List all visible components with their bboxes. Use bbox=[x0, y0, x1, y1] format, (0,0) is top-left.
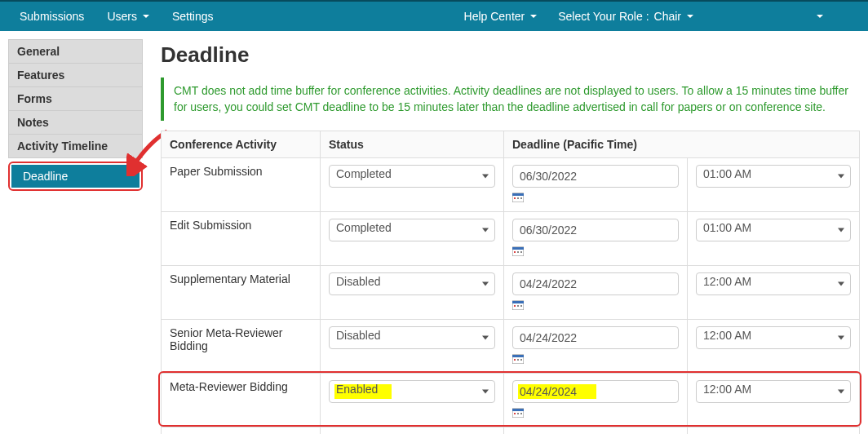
date-input[interactable] bbox=[512, 326, 679, 349]
calendar-icon[interactable] bbox=[512, 354, 524, 364]
calendar-icon[interactable] bbox=[512, 193, 524, 202]
sidebar-item-features[interactable]: Features bbox=[9, 64, 142, 87]
sidebar-item-activity-timeline[interactable]: Activity Timeline bbox=[9, 135, 142, 157]
role-dropdown[interactable]: Chair bbox=[653, 1, 705, 32]
role-value: Chair bbox=[654, 10, 681, 23]
page-title: Deadline bbox=[161, 42, 860, 68]
chevron-down-icon bbox=[687, 15, 693, 18]
table-row: Meta-Reviewer BiddingEnabled12:00 AM bbox=[162, 373, 860, 427]
nav-settings[interactable]: Settings bbox=[161, 1, 225, 32]
nav-users-label: Users bbox=[107, 10, 137, 23]
status-cell: Completed bbox=[321, 211, 504, 265]
main-content: Deadline CMT does not add time buffer fo… bbox=[143, 31, 868, 434]
status-select[interactable]: Enabled bbox=[329, 380, 495, 403]
nav-help-label: Help Center bbox=[464, 10, 525, 23]
calendar-icon[interactable] bbox=[512, 300, 524, 310]
svg-rect-8 bbox=[517, 251, 519, 253]
status-cell: Enabled bbox=[321, 373, 504, 427]
svg-rect-2 bbox=[514, 197, 516, 199]
activity-cell: Reviewer Bidding bbox=[162, 427, 321, 434]
date-cell bbox=[504, 319, 688, 373]
svg-rect-4 bbox=[520, 197, 522, 199]
svg-rect-18 bbox=[517, 359, 519, 361]
nav-users[interactable]: Users bbox=[95, 1, 161, 32]
svg-rect-14 bbox=[520, 305, 522, 307]
nav-settings-label: Settings bbox=[172, 10, 214, 23]
time-select[interactable]: 12:00 AM bbox=[696, 272, 851, 295]
nav-submissions-label: Submissions bbox=[20, 10, 84, 23]
svg-rect-1 bbox=[512, 193, 524, 196]
table-row: Paper SubmissionCompleted01:00 AM bbox=[162, 157, 860, 211]
date-cell bbox=[504, 211, 688, 265]
time-cell: 01:00 AM bbox=[688, 157, 860, 211]
table-row: Supplementary MaterialDisabled12:00 AM bbox=[162, 265, 860, 319]
svg-rect-19 bbox=[520, 359, 522, 361]
nav-submissions[interactable]: Submissions bbox=[8, 1, 95, 32]
sidebar-item-forms[interactable]: Forms bbox=[9, 87, 142, 111]
date-cell bbox=[504, 427, 688, 434]
sidebar: General Features Forms Notes Activity Ti… bbox=[8, 39, 143, 191]
nav-blank-2[interactable] bbox=[803, 1, 860, 32]
time-cell: 06:00 PM bbox=[688, 427, 860, 434]
svg-rect-11 bbox=[512, 301, 524, 303]
time-cell: 12:00 AM bbox=[688, 265, 860, 319]
status-select[interactable]: Disabled bbox=[329, 326, 495, 349]
date-input[interactable] bbox=[512, 272, 679, 295]
svg-rect-12 bbox=[514, 305, 516, 307]
status-cell: Completed bbox=[321, 157, 504, 211]
svg-rect-6 bbox=[512, 247, 524, 250]
time-select[interactable]: 01:00 AM bbox=[696, 219, 851, 241]
top-navbar: Submissions Users Settings Help Center S… bbox=[0, 0, 868, 31]
activity-cell: Edit Submission bbox=[162, 211, 321, 265]
status-select[interactable]: Completed bbox=[329, 219, 495, 241]
nav-help-center[interactable]: Help Center bbox=[453, 1, 549, 32]
activity-cell: Senior Meta-Reviewer Bidding bbox=[162, 319, 321, 373]
chevron-down-icon bbox=[143, 15, 149, 18]
svg-rect-21 bbox=[512, 409, 524, 411]
date-input[interactable] bbox=[512, 165, 679, 188]
nav-blank-1[interactable] bbox=[705, 1, 803, 32]
status-select[interactable]: Disabled bbox=[329, 272, 495, 295]
col-deadline: Deadline (Pacific Time) bbox=[504, 131, 860, 157]
status-cell: Enabled bbox=[321, 427, 504, 434]
svg-rect-23 bbox=[517, 413, 519, 414]
time-select[interactable]: 12:00 AM bbox=[696, 326, 851, 349]
svg-rect-9 bbox=[520, 251, 522, 253]
svg-rect-16 bbox=[512, 355, 524, 357]
chevron-down-icon bbox=[530, 15, 537, 18]
activity-cell: Supplementary Material bbox=[162, 265, 321, 319]
calendar-icon[interactable] bbox=[512, 246, 524, 256]
svg-rect-22 bbox=[514, 413, 516, 414]
svg-rect-24 bbox=[520, 413, 522, 414]
svg-rect-7 bbox=[514, 251, 516, 253]
sidebar-item-notes[interactable]: Notes bbox=[9, 111, 142, 135]
activity-cell: Paper Submission bbox=[162, 157, 321, 211]
sidebar-active-highlight: Deadline bbox=[8, 162, 143, 191]
col-status: Status bbox=[321, 131, 504, 157]
table-row: Reviewer BiddingEnabled06:00 PM bbox=[162, 427, 860, 434]
time-cell: 12:00 AM bbox=[688, 373, 860, 427]
status-select[interactable]: Completed bbox=[329, 165, 495, 188]
time-select[interactable]: 01:00 AM bbox=[696, 165, 851, 188]
date-cell bbox=[504, 157, 688, 211]
sidebar-item-deadline[interactable]: Deadline bbox=[11, 165, 140, 188]
sidebar-item-general[interactable]: General bbox=[9, 40, 142, 64]
time-select[interactable]: 12:00 AM bbox=[696, 380, 851, 403]
status-cell: Disabled bbox=[321, 265, 504, 319]
activity-cell: Meta-Reviewer Bidding bbox=[162, 373, 321, 427]
date-cell bbox=[504, 265, 688, 319]
table-row: Senior Meta-Reviewer BiddingDisabled12:0… bbox=[162, 319, 860, 373]
date-input[interactable] bbox=[512, 219, 679, 241]
info-banner: CMT does not add time buffer for confere… bbox=[161, 78, 860, 121]
col-activity: Conference Activity bbox=[162, 131, 321, 157]
role-label: Select Your Role : bbox=[548, 1, 652, 32]
calendar-icon[interactable] bbox=[512, 408, 524, 418]
deadline-table: Conference Activity Status Deadline (Pac… bbox=[161, 131, 860, 434]
time-cell: 01:00 AM bbox=[688, 211, 860, 265]
time-cell: 12:00 AM bbox=[688, 319, 860, 373]
status-cell: Disabled bbox=[321, 319, 504, 373]
svg-rect-17 bbox=[514, 359, 516, 361]
chevron-down-icon bbox=[817, 15, 823, 18]
date-input[interactable] bbox=[512, 380, 679, 403]
svg-rect-13 bbox=[517, 305, 519, 307]
